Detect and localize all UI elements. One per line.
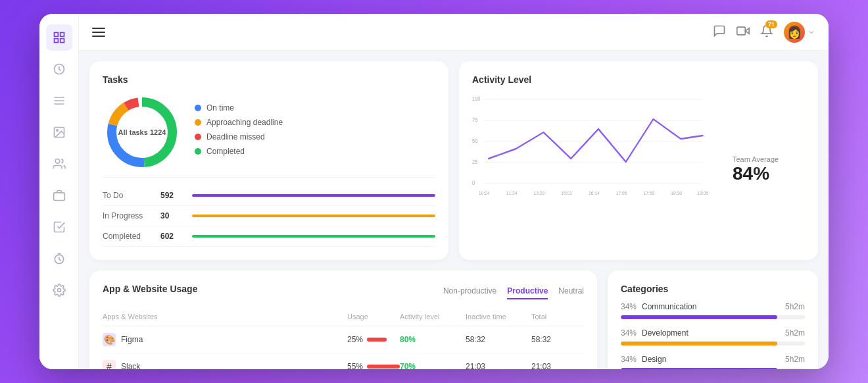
- cat-dev-track: [621, 342, 805, 345]
- slack-icon: #: [103, 360, 116, 369]
- on-time-label: On time: [206, 103, 234, 113]
- cat-comm-bar: [621, 315, 777, 319]
- col-usage: Usage: [347, 313, 400, 320]
- notification-count: 71: [765, 20, 777, 28]
- cat-design-track: [621, 368, 805, 369]
- sidebar-item-clock[interactable]: [46, 56, 72, 82]
- svg-text:0: 0: [472, 180, 475, 186]
- stat-todo-bar: [192, 194, 435, 197]
- categories-title: Categories: [621, 284, 805, 294]
- cat-dev-pct: 34%: [621, 328, 637, 338]
- donut-label: All tasks 1224: [118, 128, 166, 136]
- legend-deadline-missed: Deadline missed: [195, 132, 435, 141]
- activity-card: Activity Level 100 75 50 25 0: [459, 61, 818, 260]
- bottom-row: App & Website Usage Non-productive Produ…: [89, 270, 818, 369]
- svg-marker-14: [745, 28, 749, 33]
- svg-rect-3: [60, 39, 64, 43]
- approaching-dot: [195, 119, 201, 126]
- sidebar-item-check[interactable]: [46, 214, 72, 240]
- usage-title: App & Website Usage: [103, 284, 197, 294]
- chevron-down-icon: [808, 28, 815, 36]
- activity-body: 100 75 50 25 0: [472, 93, 805, 247]
- notification-wrapper[interactable]: 71: [760, 24, 773, 40]
- cat-development: 34% Development 5h2m: [621, 328, 805, 345]
- on-time-dot: [195, 105, 201, 111]
- menu-button[interactable]: [92, 28, 105, 37]
- stat-inprogress-value: 30: [160, 211, 187, 220]
- video-icon[interactable]: [736, 24, 750, 40]
- svg-text:19:05: 19:05: [697, 190, 708, 196]
- table-header: Apps & Websites Usage Activity level Ina…: [103, 310, 584, 326]
- tab-neutral[interactable]: Neutral: [558, 286, 584, 299]
- avatar-wrapper[interactable]: 👩: [784, 22, 815, 43]
- stat-completed-label: Completed: [103, 232, 155, 241]
- slack-pct: 55%: [347, 362, 363, 369]
- tab-productive[interactable]: Productive: [507, 286, 548, 299]
- col-activity: Activity level: [400, 313, 466, 320]
- sidebar-item-settings[interactable]: [46, 277, 72, 303]
- figma-icon: 🎨: [103, 333, 116, 346]
- approaching-label: Approaching deadline: [206, 118, 283, 127]
- figma-activity: 80%: [400, 335, 466, 344]
- cat-communication: 34% Communication 5h2m: [621, 302, 805, 319]
- svg-text:15:01: 15:01: [561, 190, 572, 196]
- slack-total: 21:03: [531, 362, 584, 369]
- tasks-title: Tasks: [103, 74, 435, 85]
- svg-rect-2: [54, 39, 58, 43]
- tasks-stats: To Do 592 In Progress 30 Completed 602: [103, 177, 435, 247]
- slack-bar: [367, 365, 400, 369]
- cat-design-name: Design: [642, 355, 785, 364]
- svg-rect-11: [53, 193, 64, 201]
- app-usage-card: App & Website Usage Non-productive Produ…: [89, 270, 597, 369]
- svg-text:17:59: 17:59: [643, 190, 654, 196]
- sidebar-item-list[interactable]: [46, 88, 72, 114]
- stat-completed-value: 602: [160, 232, 187, 241]
- main-area: 71 👩 Tasks: [79, 14, 829, 369]
- figma-pct: 25%: [347, 335, 363, 344]
- cat-design-header: 34% Design 5h2m: [621, 355, 805, 364]
- col-apps: Apps & Websites: [103, 313, 347, 320]
- sidebar: [39, 14, 79, 369]
- team-avg-value: 84%: [733, 163, 769, 184]
- content: Tasks: [79, 51, 829, 369]
- sidebar-item-users[interactable]: [46, 151, 72, 177]
- svg-text:75: 75: [472, 116, 478, 123]
- svg-rect-1: [60, 33, 64, 37]
- deadline-missed-label: Deadline missed: [206, 132, 265, 141]
- stat-inprogress-bar: [192, 215, 435, 217]
- chat-icon[interactable]: [713, 24, 726, 40]
- completed-dot: [195, 148, 201, 155]
- figma-total: 58:32: [531, 335, 584, 344]
- cat-comm-track: [621, 315, 805, 319]
- cat-communication-header: 34% Communication 5h2m: [621, 302, 805, 311]
- sidebar-item-briefcase[interactable]: [46, 182, 72, 209]
- stat-completed: Completed 602: [103, 226, 435, 247]
- legend-completed: Completed: [195, 147, 435, 156]
- svg-text:17:05: 17:05: [616, 190, 627, 196]
- table-row: 🎨 Figma 25% 80% 58:32 58:32: [103, 326, 584, 353]
- figma-name: Figma: [121, 335, 143, 344]
- cat-dev-time: 5h2m: [785, 328, 805, 338]
- col-inactive: Inactive time: [466, 313, 531, 320]
- categories-card: Categories 34% Communication 5h2m: [608, 270, 818, 369]
- app-container: 71 👩 Tasks: [39, 14, 829, 369]
- table-row: # Slack 55% 70% 21:03 21:03: [103, 353, 584, 369]
- stat-todo-label: To Do: [103, 191, 155, 200]
- tab-non-productive[interactable]: Non-productive: [443, 286, 496, 299]
- legend-on-time: On time: [195, 103, 435, 113]
- usage-header: App & Website Usage Non-productive Produ…: [103, 284, 584, 302]
- slack-activity: 70%: [400, 362, 466, 369]
- sidebar-item-timer[interactable]: [46, 245, 72, 272]
- svg-text:10:24: 10:24: [479, 190, 490, 196]
- sidebar-item-image[interactable]: [46, 119, 72, 145]
- cat-dev-bar: [621, 342, 777, 345]
- svg-point-13: [57, 289, 60, 292]
- team-average: Team Average 84%: [733, 93, 805, 247]
- tasks-card: Tasks: [89, 61, 448, 260]
- avatar: 👩: [784, 22, 805, 43]
- slack-name: Slack: [121, 362, 140, 369]
- svg-text:13:29: 13:29: [533, 190, 544, 196]
- activity-title: Activity Level: [472, 74, 805, 85]
- sidebar-item-dashboard[interactable]: [46, 24, 72, 51]
- cat-design-pct: 34%: [621, 355, 637, 364]
